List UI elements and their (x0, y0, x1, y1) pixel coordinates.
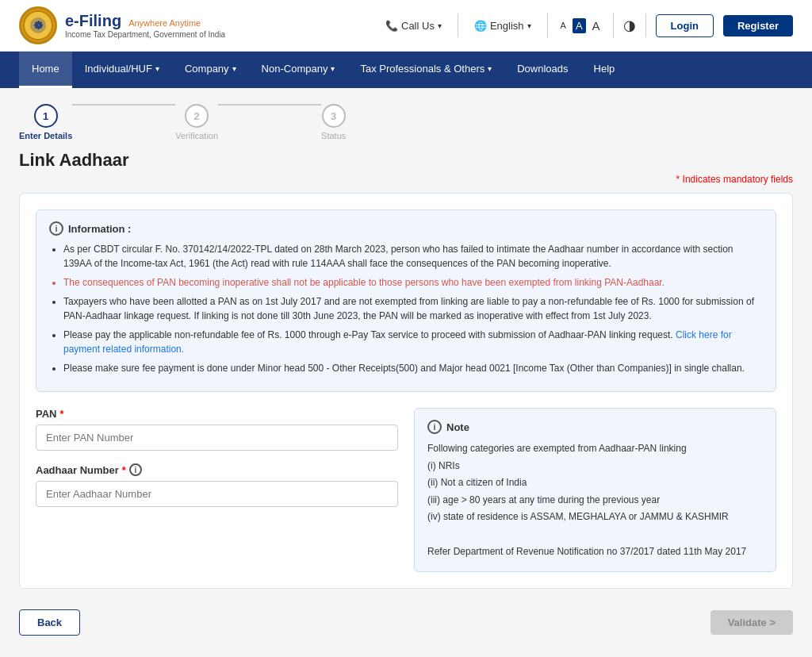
svg-text:☸: ☸ (33, 19, 44, 32)
footer-buttons: Back Validate > (19, 601, 793, 644)
note-box: i Note Following categories are exempted… (414, 408, 776, 572)
payment-info-link[interactable]: Click here for payment related informati… (63, 329, 732, 355)
step-2-circle: 2 (185, 104, 209, 128)
font-controls: A A A (557, 17, 603, 34)
step-line-2 (218, 104, 321, 106)
step-3-label: Status (321, 131, 346, 140)
info-bullet-2: The consequences of PAN becoming inopera… (63, 275, 763, 290)
form-left: PAN * Aadhaar Number * i (36, 408, 398, 572)
logo-text: e-Filing Anywhere Anytime Income Tax Dep… (65, 12, 225, 39)
info-bullet-5: Please make sure fee payment is done und… (63, 361, 763, 375)
note-line-1: Following categories are exempted from A… (427, 440, 763, 458)
pan-input[interactable] (36, 425, 398, 451)
contrast-button[interactable]: ◑ (623, 17, 636, 34)
globe-icon: 🌐 (474, 20, 487, 32)
logo-subtitle: Income Tax Department, Government of Ind… (65, 30, 225, 39)
logo-area: ☸ e-Filing Anywhere Anytime Income Tax D… (19, 6, 225, 44)
nav-non-company[interactable]: Non-Company ▾ (249, 52, 348, 88)
logo-title: e-Filing Anywhere Anytime (65, 12, 225, 30)
note-content: Following categories are exempted from A… (427, 440, 763, 560)
divider4 (645, 13, 646, 37)
call-us-button[interactable]: 📞 Call Us ▾ (379, 17, 448, 35)
header-right: 📞 Call Us ▾ 🌐 English ▾ A A A ◑ Login Re… (379, 13, 793, 37)
chevron-down-icon: ▾ (331, 64, 335, 73)
main-content: 1 Enter Details 2 Verification 3 Status … (0, 88, 812, 657)
info-title: i Information : (49, 221, 763, 236)
divider (458, 13, 458, 37)
nav-downloads[interactable]: Downloads (504, 52, 580, 88)
chevron-down-icon: ▾ (232, 64, 236, 73)
note-line-3: (ii) Not a citizen of India (427, 474, 763, 492)
back-button[interactable]: Back (19, 609, 80, 636)
divider3 (613, 13, 614, 37)
note-line-5: (iv) state of residence is ASSAM, MEGHAL… (427, 509, 763, 526)
logo-emblem: ☸ (19, 6, 57, 44)
chevron-down-icon: ▾ (155, 64, 159, 73)
step-1-circle: 1 (34, 104, 58, 128)
stepper: 1 Enter Details 2 Verification 3 Status (19, 104, 793, 140)
note-line-6: Refer Department of Revenue Notification… (427, 544, 763, 561)
step-2: 2 Verification (175, 104, 218, 140)
info-bullet-3: Taxpayers who have been allotted a PAN a… (63, 294, 763, 323)
aadhaar-field-group: Aadhaar Number * i (36, 463, 398, 507)
step-3: 3 Status (321, 104, 346, 140)
aadhaar-info-icon: i (129, 463, 142, 476)
main-card: i Information : As per CBDT circular F. … (19, 193, 793, 589)
info-bullet-1: As per CBDT circular F. No. 370142/14/20… (63, 242, 763, 271)
aadhaar-required: * (122, 464, 126, 476)
note-title: i Note (427, 420, 763, 434)
register-button[interactable]: Register (723, 15, 793, 36)
font-large-button[interactable]: A (589, 17, 603, 34)
aadhaar-label: Aadhaar Number * i (36, 463, 398, 476)
page-title: Link Aadhaar (19, 150, 793, 171)
step-1-label: Enter Details (19, 131, 72, 140)
info-box: i Information : As per CBDT circular F. … (36, 209, 776, 392)
font-medium-button[interactable]: A (573, 18, 586, 33)
language-button[interactable]: 🌐 English ▾ (468, 17, 538, 35)
nav-help[interactable]: Help (581, 52, 628, 88)
note-icon: i (427, 420, 442, 434)
nav-tax-professionals[interactable]: Tax Professionals & Others ▾ (347, 52, 504, 88)
info-bullet-4: Please pay the applicable non-refundable… (63, 328, 763, 356)
info-list: As per CBDT circular F. No. 370142/14/20… (49, 242, 763, 375)
form-section: PAN * Aadhaar Number * i (36, 408, 776, 572)
chevron-down-icon: ▾ (488, 64, 492, 73)
note-line-2: (i) NRIs (427, 458, 763, 475)
chevron-down-icon: ▾ (527, 21, 531, 30)
step-3-circle: 3 (322, 104, 346, 128)
nav-home[interactable]: Home (19, 52, 72, 88)
pan-label: PAN * (36, 408, 398, 420)
pan-field-group: PAN * (36, 408, 398, 451)
aadhaar-input[interactable] (36, 481, 398, 507)
chevron-down-icon: ▾ (438, 21, 442, 30)
validate-button[interactable]: Validate > (710, 610, 793, 635)
main-nav: Home Individual/HUF ▾ Company ▾ Non-Comp… (0, 52, 812, 88)
note-box-container: i Note Following categories are exempted… (414, 408, 776, 572)
step-2-label: Verification (175, 131, 218, 140)
phone-icon: 📞 (385, 20, 398, 32)
login-button[interactable]: Login (656, 14, 714, 37)
nav-company[interactable]: Company ▾ (172, 52, 249, 88)
pan-required: * (59, 408, 63, 420)
font-small-button[interactable]: A (557, 19, 569, 32)
step-1: 1 Enter Details (19, 104, 72, 140)
step-line-1 (72, 104, 175, 106)
note-line-4: (iii) age > 80 years at any time during … (427, 492, 763, 509)
header: ☸ e-Filing Anywhere Anytime Income Tax D… (0, 0, 812, 52)
divider2 (547, 13, 548, 37)
nav-individual-huf[interactable]: Individual/HUF ▾ (72, 52, 172, 88)
info-icon: i (49, 221, 63, 236)
mandatory-note: * Indicates mandatory fields (19, 174, 793, 185)
